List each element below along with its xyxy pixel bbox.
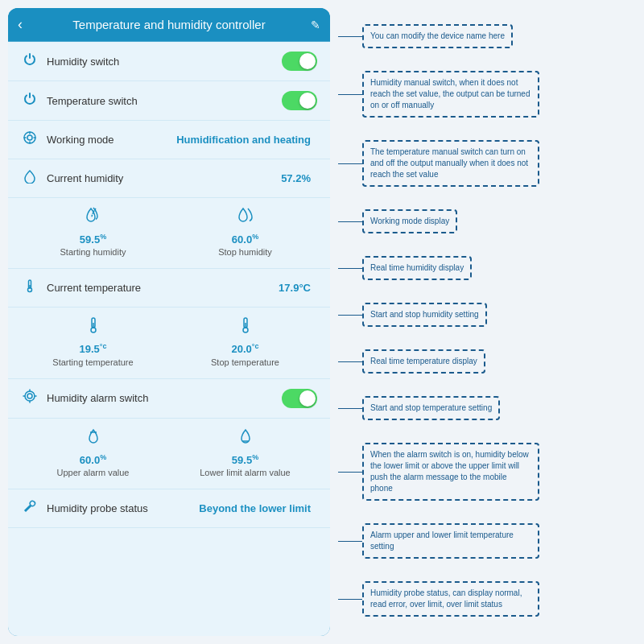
starting-temperature-label: Starting temperature <box>52 357 133 367</box>
annotation-line-4 <box>338 221 362 222</box>
current-temperature-value: 17.9°C <box>279 282 311 294</box>
current-temperature-label: Current temperature <box>47 282 279 294</box>
temperature-switch-label: Temperature switch <box>47 95 282 107</box>
wrench-icon <box>21 499 39 518</box>
upper-alarm-label: Upper alarm value <box>57 468 130 477</box>
humidity-switch-label: Humidity switch <box>47 56 282 68</box>
starting-humidity-item[interactable]: 59.5% Starting humidity <box>21 206 165 257</box>
current-humidity-value: 57.2% <box>281 172 311 184</box>
panel-body: Humidity switch Temperature switch <box>8 42 330 636</box>
mode-icon <box>21 130 39 149</box>
annotation-probe-status: Humidity probe status, can display norma… <box>338 581 636 617</box>
annotation-line-1 <box>338 36 362 37</box>
annotations-panel: You can modify the device name here Humi… <box>338 8 636 636</box>
screen: ‹ Temperature and humidity controller ✎ … <box>0 0 644 644</box>
annotation-humidity-settings: Start and stop humidity setting <box>338 303 636 327</box>
annotation-temp-settings: Start and stop temperature setting <box>338 396 636 420</box>
annotation-line-9 <box>338 472 362 473</box>
annotation-line-5 <box>338 268 362 269</box>
annotation-box-3: The temperature manual switch can turn o… <box>362 140 539 187</box>
temperature-settings-row: 19.5°c Starting temperature 20.0°c <box>8 308 330 378</box>
stop-humidity-item[interactable]: 60.0% Stop humidity <box>173 206 317 257</box>
stop-temperature-item[interactable]: 20.0°c Stop temperature <box>173 316 317 366</box>
annotation-box-7: Real time temperature display <box>362 349 485 374</box>
annotation-line-6 <box>338 315 362 316</box>
upper-alarm-icon <box>84 427 103 450</box>
stop-temperature-value: 20.0°c <box>232 342 259 355</box>
annotation-box-1: You can modify the device name here <box>362 24 513 48</box>
upper-alarm-item[interactable]: 60.0% Upper alarm value <box>21 427 165 477</box>
annotation-line-3 <box>338 163 362 164</box>
annotation-alarm-switch: When the alarm switch is on, humidity be… <box>338 443 636 501</box>
starting-temperature-item[interactable]: 19.5°c Starting temperature <box>21 316 165 366</box>
humidity-probe-label: Humidity probe status <box>47 502 199 514</box>
power-icon-humidity <box>21 52 39 71</box>
svg-point-8 <box>25 391 35 401</box>
temp-stop-icon <box>236 316 255 339</box>
annotation-box-10: Alarm upper and lower limit temperature … <box>362 523 539 559</box>
power-icon-temperature <box>21 92 39 110</box>
annotation-realtime-temp: Real time temperature display <box>338 349 636 374</box>
svg-point-1 <box>27 135 32 140</box>
starting-humidity-label: Starting humidity <box>60 247 126 257</box>
lower-alarm-value: 59.5% <box>232 453 258 466</box>
annotation-line-10 <box>338 541 362 542</box>
annotation-line-11 <box>338 599 362 600</box>
humidity-icon <box>21 169 39 188</box>
main-panel: ‹ Temperature and humidity controller ✎ … <box>8 8 330 636</box>
alarm-settings-row: 60.0% Upper alarm value 59.5% Lower lim <box>8 419 330 489</box>
current-humidity-label: Current humidity <box>47 172 281 184</box>
starting-temperature-value: 19.5°c <box>80 342 107 355</box>
annotation-box-9: When the alarm switch is on, humidity be… <box>362 443 539 501</box>
edit-icon[interactable]: ✎ <box>311 19 320 31</box>
panel-header: ‹ Temperature and humidity controller ✎ <box>8 8 330 42</box>
annotation-line-2 <box>338 94 362 95</box>
annotation-box-2: Humidity manual switch, when it does not… <box>362 71 539 118</box>
annotation-working-mode: Working mode display <box>338 209 636 233</box>
stop-humidity-value: 60.0% <box>232 233 258 246</box>
humidity-start-icon <box>84 206 103 229</box>
lower-alarm-label: Lower limit alarm value <box>200 468 290 477</box>
annotation-line-7 <box>338 361 362 362</box>
back-icon[interactable]: ‹ <box>18 16 23 33</box>
annotation-humidity-switch: Humidity manual switch, when it does not… <box>338 71 636 118</box>
svg-point-3 <box>28 288 32 292</box>
starting-humidity-value: 59.5% <box>80 233 106 246</box>
svg-point-7 <box>243 328 248 332</box>
panel-title: Temperature and humidity controller <box>72 18 265 31</box>
temperature-switch-row: Temperature switch <box>8 81 330 121</box>
working-mode-label: Working mode <box>47 134 176 146</box>
working-mode-value: Humidification and heating <box>176 134 311 146</box>
humidity-probe-value: Beyond the lower limit <box>199 502 311 514</box>
lower-alarm-icon <box>236 427 255 450</box>
annotation-device-name: You can modify the device name here <box>338 24 636 48</box>
humidity-alarm-switch-row: Humidity alarm switch <box>8 379 330 419</box>
humidity-stop-icon <box>236 206 255 229</box>
svg-point-9 <box>27 394 32 398</box>
annotation-line-8 <box>338 408 362 409</box>
annotation-box-5: Real time humidity display <box>362 256 472 280</box>
stop-temperature-label: Stop temperature <box>211 357 279 367</box>
working-mode-row: Working mode Humidification and heating <box>8 121 330 159</box>
annotation-temperature-switch: The temperature manual switch can turn o… <box>338 140 636 187</box>
annotation-box-8: Start and stop temperature setting <box>362 396 500 420</box>
lower-alarm-item[interactable]: 59.5% Lower limit alarm value <box>173 427 317 477</box>
annotation-box-6: Start and stop humidity setting <box>362 303 487 327</box>
humidity-probe-row: Humidity probe status Beyond the lower l… <box>8 489 330 528</box>
annotation-alarm-settings: Alarm upper and lower limit temperature … <box>338 523 636 559</box>
alarm-icon <box>21 389 39 407</box>
humidity-switch-toggle[interactable] <box>282 52 317 71</box>
annotation-box-11: Humidity probe status, can display norma… <box>362 581 539 617</box>
humidity-settings-row: 59.5% Starting humidity 60.0% Stop humi <box>8 198 330 269</box>
annotation-realtime-humidity: Real time humidity display <box>338 256 636 280</box>
stop-humidity-label: Stop humidity <box>218 247 272 257</box>
humidity-switch-row: Humidity switch <box>8 42 330 81</box>
current-temperature-row: Current temperature 17.9°C <box>8 269 330 308</box>
temperature-switch-toggle[interactable] <box>282 91 317 110</box>
upper-alarm-value: 60.0% <box>80 453 106 466</box>
temp-start-icon <box>84 316 103 339</box>
current-humidity-row: Current humidity 57.2% <box>8 159 330 198</box>
annotation-box-4: Working mode display <box>362 209 457 233</box>
humidity-alarm-switch-toggle[interactable] <box>282 389 317 408</box>
humidity-alarm-switch-label: Humidity alarm switch <box>47 392 282 404</box>
